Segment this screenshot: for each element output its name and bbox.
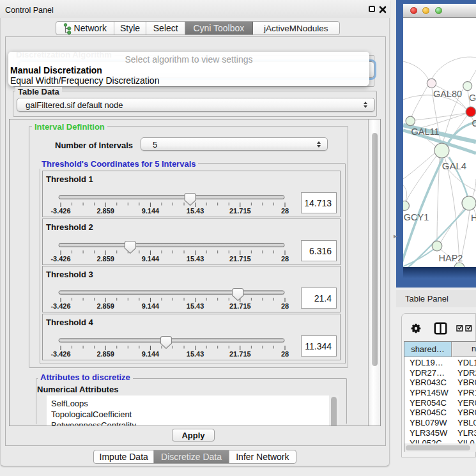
svg-text:HAP2: HAP2	[439, 253, 463, 263]
svg-text:GAL80: GAL80	[433, 89, 462, 99]
svg-text:GAL4: GAL4	[442, 160, 466, 171]
svg-text:GAL11: GAL11	[411, 127, 439, 137]
svg-text:GA: GA	[469, 93, 476, 103]
svg-text:GCY1: GCY1	[404, 212, 429, 222]
svg-text:CD: CD	[472, 118, 476, 128]
svg-text:HA: HA	[471, 213, 476, 223]
